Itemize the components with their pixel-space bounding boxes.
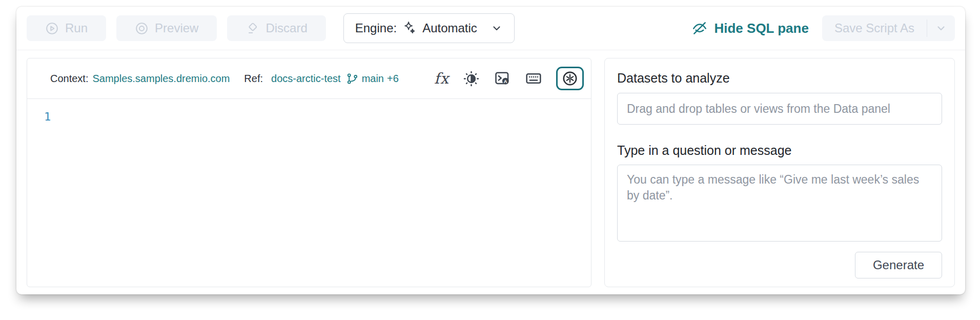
- play-circle-icon: [45, 22, 59, 35]
- branch-name: main: [362, 73, 384, 85]
- ref-label: Ref:: [244, 73, 263, 85]
- run-button-label: Run: [65, 21, 88, 35]
- datasets-heading: Datasets to analyze: [617, 71, 942, 86]
- preview-target-icon: [135, 22, 149, 35]
- preview-button-label: Preview: [155, 21, 198, 35]
- save-script-as-button[interactable]: Save Script As: [822, 15, 927, 41]
- context-label: Context:: [50, 73, 88, 85]
- insert-function-button[interactable]: fx: [434, 70, 449, 87]
- save-options-caret-button[interactable]: [927, 15, 955, 41]
- question-message-textarea[interactable]: [617, 165, 942, 242]
- sql-editor-pane: Context: Samples.samples.dremio.com Ref:…: [27, 58, 591, 287]
- question-heading: Type in a question or message: [617, 143, 942, 158]
- chevron-down-icon: [935, 22, 947, 34]
- editor-context-bar: Context: Samples.samples.dremio.com Ref:…: [27, 58, 591, 99]
- run-button[interactable]: Run: [27, 15, 106, 41]
- engine-value: Automatic: [422, 21, 477, 35]
- ref-value-link[interactable]: docs-arctic-test: [271, 73, 341, 85]
- ai-rosette-icon: [561, 70, 579, 87]
- editor-line-number: 1: [44, 110, 51, 123]
- svg-text:A: A: [504, 79, 507, 84]
- eraser-icon: [246, 22, 259, 35]
- autocomplete-terminal-button[interactable]: A: [494, 70, 511, 87]
- sparkle-icon: [402, 21, 417, 36]
- eye-slash-icon: [691, 20, 708, 36]
- branch-extra-count: +6: [387, 73, 399, 85]
- keyboard-icon: [525, 70, 542, 87]
- brightness-contrast-icon: [463, 70, 480, 87]
- sql-code-editor[interactable]: 1: [27, 99, 591, 287]
- branch-selector[interactable]: main +6: [346, 72, 399, 85]
- toolbar: Run Preview Discard Engine:: [16, 7, 965, 50]
- keyboard-shortcuts-button[interactable]: [525, 70, 542, 87]
- editor-toolbar-icons: fx: [434, 67, 584, 90]
- engine-selector[interactable]: Engine: Automatic: [343, 13, 515, 43]
- git-branch-icon: [346, 72, 359, 85]
- function-fx-icon: fx: [434, 70, 449, 87]
- save-script-as-label: Save Script As: [834, 21, 914, 35]
- discard-button[interactable]: Discard: [227, 15, 325, 41]
- ref-group: Ref: docs-arctic-test: [244, 73, 340, 85]
- engine-label: Engine:: [355, 21, 397, 35]
- context-value-link[interactable]: Samples.samples.dremio.com: [92, 73, 230, 85]
- sql-runner-window: Run Preview Discard Engine:: [16, 7, 965, 294]
- contrast-theme-button[interactable]: [463, 70, 480, 87]
- terminal-autocomplete-icon: A: [494, 70, 511, 87]
- save-script-as-split-button: Save Script As: [822, 15, 955, 41]
- hide-sql-pane-label: Hide SQL pane: [714, 21, 808, 36]
- datasets-drop-input[interactable]: [617, 93, 942, 125]
- generate-button[interactable]: Generate: [855, 252, 942, 278]
- generative-ai-toggle-button[interactable]: [556, 67, 584, 90]
- chevron-down-icon: [491, 22, 503, 34]
- preview-button[interactable]: Preview: [116, 15, 217, 41]
- ai-generation-panel: Datasets to analyze Type in a question o…: [604, 58, 955, 287]
- generate-button-label: Generate: [873, 258, 924, 272]
- hide-sql-pane-button[interactable]: Hide SQL pane: [691, 20, 808, 36]
- content-area: Context: Samples.samples.dremio.com Ref:…: [16, 50, 965, 294]
- discard-button-label: Discard: [266, 21, 307, 35]
